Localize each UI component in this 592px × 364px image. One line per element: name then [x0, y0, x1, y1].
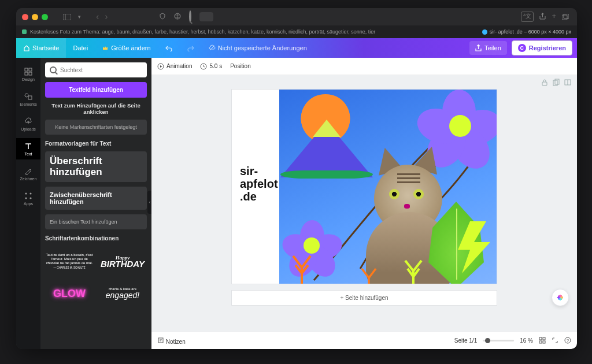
- sidebar-toggle-icon[interactable]: ▾: [63, 14, 81, 20]
- tabs-icon[interactable]: [562, 12, 569, 22]
- svg-rect-8: [25, 72, 28, 75]
- fullscreen-icon[interactable]: [552, 337, 558, 345]
- stage-bottombar: Notizen Seite 1/1 16 % ?: [151, 332, 577, 349]
- rail-elements[interactable]: Elemente: [16, 88, 40, 110]
- grid-view-icon[interactable]: [539, 337, 546, 345]
- file-label: Datei: [73, 44, 88, 51]
- click-to-add-hint: Text zum Hinzufügen auf die Seite anklic…: [45, 102, 147, 115]
- magic-fab[interactable]: [552, 289, 569, 306]
- register-button[interactable]: C Registrieren: [512, 40, 572, 55]
- page-indicator[interactable]: Seite 1/1: [454, 337, 477, 344]
- add-page-button[interactable]: + Seite hinzufügen: [231, 290, 497, 306]
- browser-tab[interactable]: Kostenloses Foto zum Thema: auge, baum, …: [22, 29, 482, 35]
- no-brand-fonts[interactable]: Keine Markenschriftarten festgelegt: [45, 120, 147, 135]
- position-button[interactable]: Position: [230, 63, 251, 69]
- animation-button[interactable]: Animation: [157, 63, 192, 70]
- home-button[interactable]: Startseite: [16, 38, 66, 58]
- canvas-text-l1: sir-: [240, 165, 258, 177]
- canvas-action-icons: [541, 79, 571, 88]
- rail-label: Uploads: [21, 127, 36, 131]
- stage-toolbar: Animation 5.0 s Position: [151, 58, 577, 75]
- rail-draw[interactable]: Zeichnen: [16, 163, 40, 184]
- duration-button[interactable]: 5.0 s: [200, 63, 222, 70]
- shield-icon[interactable]: [159, 12, 166, 22]
- svg-rect-0: [63, 14, 71, 20]
- font-combo-2[interactable]: Happy BIRTHDAY: [98, 247, 147, 275]
- share-icon[interactable]: [539, 12, 546, 22]
- privacy-icon[interactable]: [174, 12, 181, 22]
- search-input[interactable]: [60, 67, 142, 73]
- tree-graphic-3: [402, 252, 425, 284]
- template-heading-line1: Überschrift: [50, 155, 102, 166]
- expand-icon[interactable]: [564, 79, 571, 88]
- search-icon: [50, 66, 57, 73]
- share-button[interactable]: Teilen: [469, 41, 507, 55]
- zoom-slider[interactable]: [483, 340, 514, 341]
- template-subheading[interactable]: Zwischenüberschrift hinzufügen: [45, 187, 147, 210]
- translate-icon[interactable]: ᴬ文: [521, 12, 534, 22]
- tree-graphic-2: [359, 262, 379, 284]
- apps-icon: [24, 191, 33, 200]
- minimize-window-button[interactable]: [32, 14, 38, 20]
- clock-icon: [200, 63, 207, 70]
- redo-button[interactable]: [180, 38, 202, 58]
- add-textbox-button[interactable]: Textfeld hinzufügen: [45, 82, 147, 98]
- rail-apps[interactable]: Apps: [16, 188, 40, 209]
- crown-icon: [102, 44, 109, 51]
- rail-label: Apps: [24, 202, 33, 206]
- rail-design[interactable]: Design: [16, 64, 40, 85]
- notes-button[interactable]: Notizen: [157, 337, 186, 345]
- font-combo-3[interactable]: GLOW: [45, 280, 94, 307]
- svg-text:?: ?: [567, 338, 569, 343]
- design-canvas[interactable]: sir- apfelot .de: [231, 89, 497, 284]
- template-body[interactable]: Ein bisschen Text hinzufügen: [45, 214, 147, 229]
- left-rail: Design Elemente Uploads Text Zeichnen Ap…: [16, 58, 40, 349]
- duplicate-page-icon[interactable]: [553, 79, 560, 88]
- undo-button[interactable]: [158, 38, 180, 58]
- favicon: [22, 29, 27, 34]
- help-icon[interactable]: ?: [564, 337, 571, 345]
- text-panel: Textfeld hinzufügen Text zum Hinzufügen …: [40, 58, 151, 349]
- home-icon: [23, 44, 30, 51]
- nav-arrows: ‹ ›: [96, 12, 108, 22]
- url-bar[interactable]: [199, 12, 213, 21]
- app-topbar: Startseite Datei Größe ändern Nicht gesp…: [16, 38, 577, 58]
- tab-title: Kostenloses Foto zum Thema: auge, baum, …: [30, 29, 375, 35]
- rail-text[interactable]: Text: [16, 138, 40, 159]
- combo1-byline: — CHARLES M. SCHULTZ: [54, 266, 86, 269]
- font-combo-1[interactable]: Tout ce dont on a besoin, c'est l'amour.…: [45, 247, 94, 275]
- back-button[interactable]: ‹: [96, 12, 99, 22]
- svg-rect-26: [543, 341, 545, 343]
- resize-button[interactable]: Größe ändern: [95, 38, 157, 58]
- zoom-value[interactable]: 16 %: [520, 337, 533, 344]
- svg-point-12: [25, 192, 27, 194]
- template-heading[interactable]: Überschrift hinzufügen: [45, 151, 147, 182]
- duration-label: 5.0 s: [209, 63, 222, 69]
- unsaved-label: Nicht gespeicherte Änderungen: [218, 44, 307, 51]
- rail-uploads[interactable]: Uploads: [16, 113, 40, 135]
- lock-icon[interactable]: [541, 79, 548, 88]
- fullscreen-window-button[interactable]: [42, 14, 48, 20]
- forward-button[interactable]: ›: [105, 12, 108, 22]
- file-menu[interactable]: Datei: [66, 38, 95, 58]
- tab-meta[interactable]: sir- apfelot .de – 6000 px × 4000 px: [482, 29, 571, 35]
- font-combo-4[interactable]: charlie & katie are engaged!: [98, 280, 147, 307]
- content-area: Design Elemente Uploads Text Zeichnen Ap…: [16, 58, 577, 349]
- new-tab-icon[interactable]: +: [552, 12, 556, 22]
- close-window-button[interactable]: [22, 14, 28, 20]
- rail-label: Design: [22, 77, 35, 81]
- svg-rect-3: [562, 15, 567, 20]
- search-input-wrap[interactable]: [45, 62, 147, 77]
- svg-rect-11: [28, 96, 32, 99]
- combo4-text: engaged!: [106, 291, 139, 300]
- stage-area[interactable]: sir- apfelot .de + Seite hinzufügen: [151, 75, 577, 332]
- redo-icon: [187, 44, 195, 51]
- share-label: Teilen: [484, 44, 501, 51]
- search-icon[interactable]: [189, 12, 191, 22]
- combo2-text: BIRTHDAY: [101, 260, 145, 268]
- resize-label: Größe ändern: [111, 44, 150, 51]
- svg-point-10: [25, 94, 28, 97]
- canvas-text[interactable]: sir- apfelot .de: [240, 165, 278, 203]
- svg-rect-7: [29, 68, 32, 71]
- panel-collapse-handle[interactable]: ‹: [147, 191, 151, 214]
